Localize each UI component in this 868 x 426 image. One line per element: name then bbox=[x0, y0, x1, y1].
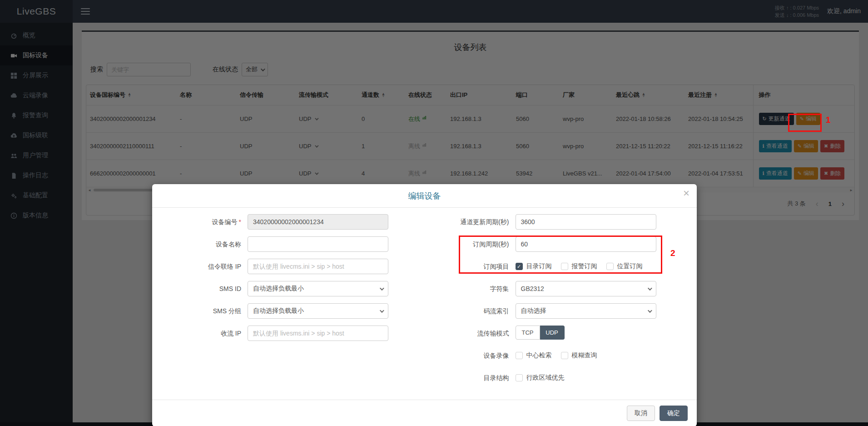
dialog-left-column: 设备编号*设备名称信令联络 IPSMS ID自动选择负载最小SMS 分组自动选择… bbox=[164, 214, 425, 392]
device-name-control bbox=[248, 236, 388, 252]
charset-control: GB2312 bbox=[516, 281, 656, 296]
stream-transport-toggle: TCPUDP bbox=[516, 326, 565, 340]
sms-group-control: 自动选择负载最小 bbox=[248, 303, 388, 319]
select-value: 自动选择负载最小 bbox=[253, 307, 304, 315]
stream-transport-row: 流传输模式TCPUDP bbox=[425, 326, 686, 341]
channel-update-period-label: 通道更新周期(秒) bbox=[425, 214, 516, 230]
annotation-box-1 bbox=[788, 114, 822, 132]
dialog-footer: 取消 确定 bbox=[152, 400, 697, 426]
stream-transport-control: TCPUDP bbox=[516, 326, 656, 341]
device-record-option[interactable]: 中心检索 bbox=[516, 351, 552, 360]
device-record-control: 中心检索模糊查询 bbox=[516, 348, 656, 363]
field-label-text: 信令联络 IP bbox=[208, 263, 241, 270]
confirm-button[interactable]: 确定 bbox=[660, 406, 688, 421]
catalog-structure-control: 行政区域优先 bbox=[516, 370, 656, 386]
stream-index-label: 码流索引 bbox=[425, 303, 516, 319]
checkbox-label: 行政区域优先 bbox=[526, 374, 565, 382]
stream-receive-ip-input[interactable] bbox=[248, 326, 388, 341]
checkbox-label: 中心检索 bbox=[526, 351, 552, 360]
stream-transport-tcp-button[interactable]: TCP bbox=[516, 326, 540, 340]
sms-id-label: SMS ID bbox=[164, 281, 248, 296]
catalog-structure-label: 目录结构 bbox=[425, 370, 516, 386]
device-record-group: 中心检索模糊查询 bbox=[516, 348, 656, 363]
device-record-option[interactable]: 模糊查询 bbox=[561, 351, 597, 360]
device-record-row: 设备录像中心检索模糊查询 bbox=[425, 348, 686, 363]
field-label-text: 设备名称 bbox=[216, 241, 241, 248]
sms-id-select[interactable]: 自动选择负载最小 bbox=[248, 281, 388, 296]
stream-receive-ip-control bbox=[248, 326, 388, 341]
catalog-structure-group: 行政区域优先 bbox=[516, 370, 656, 386]
sms-group-select[interactable]: 自动选择负载最小 bbox=[248, 303, 388, 319]
stream-index-control: 自动选择 bbox=[516, 303, 656, 319]
device-name-input[interactable] bbox=[248, 236, 388, 252]
sip-contact-ip-label: 信令联络 IP bbox=[164, 259, 248, 274]
select-value: 自动选择 bbox=[521, 307, 546, 315]
field-label-text: 通道更新周期(秒) bbox=[460, 218, 509, 226]
device-id-row: 设备编号* bbox=[164, 214, 425, 230]
stream-receive-ip-row: 收流 IP bbox=[164, 326, 425, 341]
field-label-text: 设备录像 bbox=[484, 352, 509, 359]
charset-label: 字符集 bbox=[425, 281, 516, 296]
edit-device-dialog: 编辑设备 × 设备编号*设备名称信令联络 IPSMS ID自动选择负载最小SMS… bbox=[152, 184, 697, 426]
annotation-label-2: 2 bbox=[670, 248, 675, 258]
checkbox[interactable] bbox=[561, 352, 568, 359]
annotation-box-2 bbox=[459, 236, 662, 274]
annotation-label-1: 1 bbox=[826, 115, 831, 125]
checkbox-label: 模糊查询 bbox=[572, 351, 597, 360]
close-icon[interactable]: × bbox=[683, 188, 689, 199]
device-id-input bbox=[248, 214, 388, 230]
chevron-down-icon bbox=[380, 308, 384, 313]
sms-id-row: SMS ID自动选择负载最小 bbox=[164, 281, 425, 296]
chevron-down-icon bbox=[380, 286, 384, 291]
sip-contact-ip-control bbox=[248, 259, 388, 274]
select-value: 自动选择负载最小 bbox=[253, 285, 304, 293]
stream-index-row: 码流索引自动选择 bbox=[425, 303, 686, 319]
channel-update-period-row: 通道更新周期(秒) bbox=[425, 214, 686, 230]
charset-row: 字符集GB2312 bbox=[425, 281, 686, 296]
field-label-text: 码流索引 bbox=[484, 307, 509, 315]
sms-group-label: SMS 分组 bbox=[164, 303, 248, 319]
field-label-text: SMS ID bbox=[219, 285, 241, 292]
field-label-text: 流传输模式 bbox=[477, 330, 509, 337]
stream-transport-udp-button[interactable]: UDP bbox=[540, 326, 565, 340]
stream-receive-ip-label: 收流 IP bbox=[164, 326, 248, 341]
checkbox[interactable] bbox=[516, 374, 523, 381]
dialog-header: 编辑设备 × bbox=[152, 184, 697, 208]
sms-group-row: SMS 分组自动选择负载最小 bbox=[164, 303, 425, 319]
device-id-control bbox=[248, 214, 388, 230]
device-record-label: 设备录像 bbox=[425, 348, 516, 363]
select-value: GB2312 bbox=[521, 285, 544, 292]
chevron-down-icon bbox=[647, 286, 652, 291]
channel-update-period-input[interactable] bbox=[516, 214, 656, 230]
channel-update-period-control bbox=[516, 214, 656, 230]
field-label-text: 字符集 bbox=[490, 285, 509, 292]
sms-id-control: 自动选择负载最小 bbox=[248, 281, 388, 296]
stream-transport-label: 流传输模式 bbox=[425, 326, 516, 341]
checkbox[interactable] bbox=[516, 352, 523, 359]
field-label-text: 目录结构 bbox=[484, 374, 509, 381]
cancel-button[interactable]: 取消 bbox=[627, 406, 655, 421]
field-label-text: SMS 分组 bbox=[213, 307, 241, 315]
device-id-label: 设备编号* bbox=[164, 214, 248, 230]
sip-contact-ip-input[interactable] bbox=[248, 259, 388, 274]
dialog-title: 编辑设备 bbox=[408, 190, 441, 201]
stream-index-select[interactable]: 自动选择 bbox=[516, 303, 656, 319]
required-mark: * bbox=[239, 218, 241, 226]
field-label-text: 设备编号 bbox=[212, 218, 238, 226]
device-name-row: 设备名称 bbox=[164, 236, 425, 252]
sip-contact-ip-row: 信令联络 IP bbox=[164, 259, 425, 274]
catalog-structure-option[interactable]: 行政区域优先 bbox=[516, 374, 565, 382]
charset-select[interactable]: GB2312 bbox=[516, 281, 656, 296]
catalog-structure-row: 目录结构行政区域优先 bbox=[425, 370, 686, 386]
device-name-label: 设备名称 bbox=[164, 236, 248, 252]
field-label-text: 收流 IP bbox=[221, 330, 241, 337]
chevron-down-icon bbox=[647, 308, 652, 313]
